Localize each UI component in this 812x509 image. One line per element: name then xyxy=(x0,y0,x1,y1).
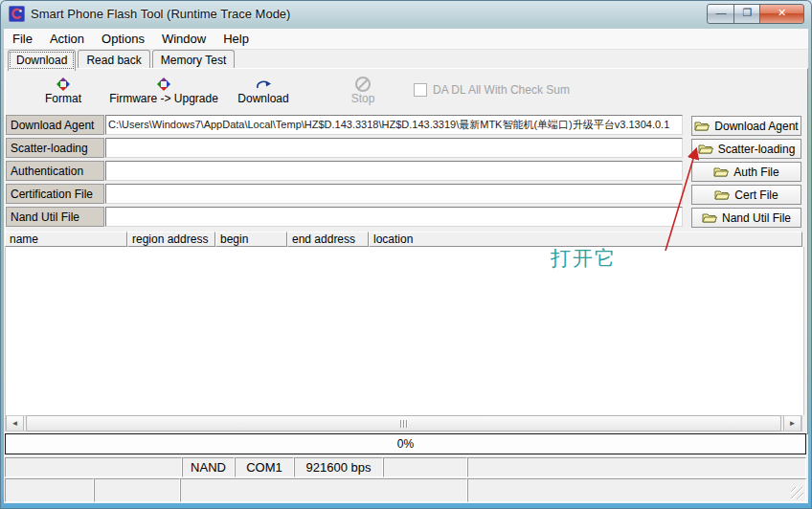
column-header-name[interactable]: name xyxy=(5,232,127,247)
download-icon xyxy=(226,76,301,92)
status-cell-empty xyxy=(5,478,94,502)
scrollbar-thumb[interactable] xyxy=(26,415,781,432)
resize-grip[interactable] xyxy=(791,487,803,499)
menu-options[interactable]: Options xyxy=(93,30,153,48)
authentication-file-input[interactable] xyxy=(105,161,683,181)
cert-file-open-button[interactable]: Cert File xyxy=(691,185,801,205)
side-button-label: Download Agent xyxy=(714,120,798,133)
status-cell-empty xyxy=(467,457,806,477)
scrollbar-grip xyxy=(400,420,401,428)
stop-label: Stop xyxy=(333,92,393,105)
menu-window[interactable]: Window xyxy=(153,30,214,48)
folder-icon xyxy=(694,121,710,132)
download-agent-input[interactable] xyxy=(105,115,683,135)
tab-memory-test[interactable]: Memory Test xyxy=(152,50,235,69)
status-cell-empty xyxy=(383,457,467,477)
scrollbar-grip xyxy=(406,420,407,428)
menu-file[interactable]: File xyxy=(4,30,41,48)
da-dl-checkbox[interactable] xyxy=(414,83,427,97)
scrollbar-grip xyxy=(403,420,404,428)
window-title: Smart Phone Flash Tool (Runtime Trace Mo… xyxy=(31,7,290,21)
partition-table-body[interactable] xyxy=(5,247,804,415)
format-button[interactable]: Format xyxy=(29,76,98,106)
side-button-label: Scatter-loading xyxy=(718,143,796,156)
authentication-file-label: Authentication File xyxy=(6,161,104,181)
scatter-loading-file-input[interactable] xyxy=(105,138,683,158)
folder-icon xyxy=(713,166,729,178)
status-cell-flash-type: NAND xyxy=(182,457,235,477)
da-dl-checkbox-row: DA DL All With Check Sum xyxy=(414,83,570,97)
status-cell-empty xyxy=(5,457,182,477)
app-window: Smart Phone Flash Tool (Runtime Trace Mo… xyxy=(0,0,812,509)
firmware-upgrade-icon xyxy=(105,76,222,92)
menu-bar: File Action Options Window Help xyxy=(4,29,808,50)
column-header-begin-address[interactable]: begin address xyxy=(215,232,287,247)
da-dl-checkbox-label: DA DL All With Check Sum xyxy=(433,83,570,97)
partition-table-header: name region address begin address end ad… xyxy=(5,232,802,247)
side-button-label: Auth File xyxy=(733,166,778,179)
download-label: Download xyxy=(226,92,301,105)
status-cell-baud-rate: 921600 bps xyxy=(294,457,383,477)
status-cell-empty xyxy=(94,478,180,502)
side-button-label: Cert File xyxy=(734,188,778,202)
column-header-end-address[interactable]: end address xyxy=(287,232,369,247)
title-bar[interactable]: Smart Phone Flash Tool (Runtime Trace Mo… xyxy=(0,0,812,29)
auth-file-open-button[interactable]: Auth File xyxy=(691,162,801,182)
certification-file-input[interactable] xyxy=(105,184,683,204)
download-agent-label: Download Agent xyxy=(6,115,104,135)
scatter-loading-file-label: Scatter-loading File xyxy=(6,138,104,158)
maximize-button[interactable]: ❐ xyxy=(733,4,761,24)
menu-help[interactable]: Help xyxy=(214,30,258,48)
menu-action[interactable]: Action xyxy=(41,30,93,48)
format-label: Format xyxy=(29,92,98,105)
side-button-label: Nand Util File xyxy=(722,211,791,225)
column-header-region-address[interactable]: region address xyxy=(127,232,215,247)
folder-icon xyxy=(714,189,730,201)
folder-icon xyxy=(698,144,713,155)
folder-icon xyxy=(702,212,717,224)
scroll-right-button[interactable]: ► xyxy=(783,416,801,431)
format-icon xyxy=(29,76,98,92)
status-cell-empty xyxy=(180,478,467,502)
annotation-open-it: 打开它 xyxy=(551,245,617,272)
tab-download[interactable]: Download xyxy=(8,50,76,71)
scroll-left-button[interactable]: ◄ xyxy=(6,416,24,431)
app-icon xyxy=(9,6,25,22)
stop-button[interactable]: Stop xyxy=(333,76,393,106)
progress-bar: 0% xyxy=(5,433,806,454)
status-cell-com-port: COM1 xyxy=(235,457,294,477)
horizontal-scrollbar[interactable]: ◄ ► xyxy=(5,415,802,432)
minimize-button[interactable]: — xyxy=(707,4,735,24)
firmware-upgrade-button[interactable]: Firmware -> Upgrade xyxy=(105,76,222,106)
download-button[interactable]: Download xyxy=(226,76,301,106)
tab-read-back[interactable]: Read back xyxy=(78,50,149,69)
nand-util-file-input[interactable] xyxy=(105,207,683,227)
close-button[interactable]: ✕ xyxy=(759,4,804,24)
firmware-upgrade-label: Firmware -> Upgrade xyxy=(105,92,222,105)
tab-strip: Download Read back Memory Test xyxy=(8,50,237,69)
status-cell-empty xyxy=(467,478,806,502)
nand-util-file-label: Nand Util File xyxy=(6,207,104,227)
stop-icon xyxy=(333,76,393,92)
nand-util-file-open-button[interactable]: Nand Util File xyxy=(691,208,801,228)
certification-file-label: Certification File xyxy=(6,184,104,204)
download-agent-open-button[interactable]: Download Agent xyxy=(691,116,801,136)
scatter-loading-open-button[interactable]: Scatter-loading xyxy=(691,139,801,159)
